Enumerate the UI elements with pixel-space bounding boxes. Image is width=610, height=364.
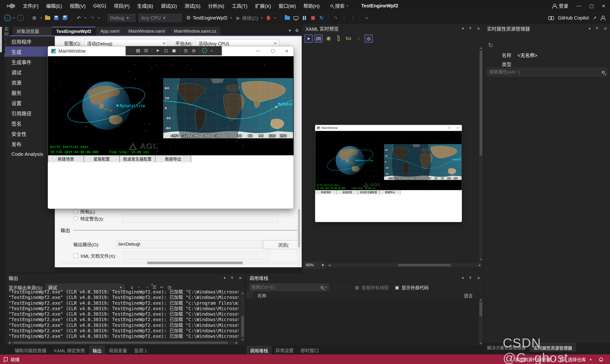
menu-item[interactable]: 编辑(E) [42,0,66,12]
step-out-icon[interactable]: ↑ [349,14,356,21]
panel-caret-icon[interactable]: ▾ [224,276,226,280]
open-folder-icon[interactable] [44,14,51,21]
menu-item[interactable]: 调试(D) [157,0,181,12]
panel-close-icon[interactable]: × [477,275,480,281]
dock-tab[interactable]: 输出 [89,346,104,355]
nav-item[interactable]: 应用程序 [5,36,55,46]
menu-item[interactable]: 扩展(X) [251,0,275,12]
select-element-tool-icon[interactable]: ➤ [305,35,313,43]
dock-tab[interactable]: 辅助功能检查器 [12,346,49,355]
document-tab[interactable]: MainWindow.xaml [124,27,169,36]
page-horizontal-scrollbar[interactable] [62,261,297,265]
copilot-label[interactable]: GitHub Copilot [558,15,589,21]
zoom-dropdown[interactable]: 60%▾ [304,262,326,269]
new-project-icon[interactable]: ⊞ [31,14,38,21]
track-focused-icon[interactable]: ▣ [170,48,178,53]
step-over-icon[interactable]: ↷ [332,14,339,21]
minimize-button[interactable]: — [576,3,581,9]
collapse-icon[interactable]: ‹ [208,48,215,53]
nav-item[interactable]: 生成 [5,46,55,57]
app-button[interactable]: 新建场景 [48,155,84,162]
name-column[interactable]: 名称 [257,292,266,299]
nav-back-icon[interactable]: ← [335,285,339,290]
navigate-back-icon[interactable]: ← [4,14,11,21]
share-icon[interactable]: ↗ [593,15,597,21]
step-into-icon[interactable]: ↓ [341,14,348,21]
property-search-box[interactable] [487,68,607,77]
nav-item[interactable]: 发布 [5,139,55,149]
nav-item[interactable]: 设置 [5,98,55,108]
stop-icon[interactable] [310,14,317,21]
tabwell-caret-icon[interactable]: ▾ [289,28,291,33]
view-all-threads-label[interactable]: 查看所有线程 [362,284,389,291]
dock-tab[interactable]: XAML 绑定失败 [51,346,88,355]
menu-item[interactable]: Git(G) [89,0,110,12]
display-adorners-icon[interactable]: ◻ [162,48,169,53]
accessibility-icon[interactable]: ◎ [190,48,197,53]
app-button[interactable]: 星座配置 [84,155,119,162]
language-column[interactable]: 语言 [464,292,480,299]
page-vertical-scrollbar[interactable] [297,36,301,267]
pin-icon[interactable] [231,276,234,280]
feedback-icon[interactable] [4,357,8,361]
app-button[interactable]: 航迹发生器配置 [119,155,155,162]
new-caret-icon[interactable]: ▾ [39,16,43,20]
continue-button[interactable]: ▶ 继续(C) ▾ [236,14,263,21]
app-maximize-icon[interactable]: ▢ [271,48,275,54]
timer-icon[interactable]: ◷ [182,48,189,53]
menu-item[interactable]: 分析(N) [204,0,228,12]
output-path-input[interactable] [116,240,262,248]
search-caret-icon[interactable]: ▾ [347,4,348,8]
dock-tab[interactable]: 局部变量 [106,346,130,355]
document-tab[interactable]: MainWindow.xaml.cs [170,27,221,36]
panel-close-icon[interactable]: × [604,26,607,31]
signin-button[interactable]: 登录 [552,2,568,9]
nav-forward-icon[interactable]: → [341,285,346,290]
hot-reload-caret-icon[interactable]: ▾ [273,16,277,20]
panel-close-icon[interactable]: × [477,26,480,31]
xml-doc-input[interactable] [123,252,269,260]
property-search-input[interactable] [489,70,602,75]
pin-icon[interactable] [469,27,472,30]
code-map-icon[interactable]: ≈ [363,14,371,21]
menu-item[interactable]: 工具(T) [228,0,251,12]
save-icon[interactable] [53,14,60,21]
dock-tab[interactable]: 即时窗口 [298,346,322,355]
hot-reload-icon[interactable] [265,14,272,21]
panel-caret-icon[interactable]: ▾ [462,276,464,280]
solution-config-dropdown[interactable]: Debug▾ [107,14,136,22]
document-tab[interactable]: TestEngineWpf2 [52,27,96,36]
back-caret-icon[interactable]: ▾ [13,16,16,20]
element-list-icon[interactable]: ▤ [134,48,142,53]
show-element-handles-icon[interactable]: {8} [314,35,323,43]
nav-item[interactable]: 生成事件 [5,57,55,67]
pin-icon[interactable] [469,276,472,280]
pin-icon[interactable] [596,27,598,30]
menu-item[interactable]: 帮助(H) [299,0,323,12]
undo-caret-icon[interactable]: ▾ [84,16,87,20]
app-minimize-icon[interactable]: — [256,48,260,54]
output-horizontal-scrollbar[interactable]: ◀▶ [8,341,238,344]
menu-item[interactable]: 测试(S) [181,0,204,12]
nav-item[interactable]: 服务 [5,87,55,98]
dock-tab[interactable]: 异常设置 [273,346,297,355]
save-all-icon[interactable] [61,14,68,21]
nav-item[interactable]: Code Analysis [5,149,55,159]
warnings-all-radio[interactable]: 所有(L) [73,208,95,215]
color-picker-icon[interactable] [324,35,333,43]
callstack-search-box[interactable]: ▾ [249,284,329,291]
dock-tab[interactable]: 监视 1 [131,346,150,355]
menu-item[interactable]: 生成(B) [133,0,157,12]
show-external-code-label[interactable]: 显示外部代码 [402,284,429,291]
nav-item[interactable]: 资源 [5,77,55,87]
specific-warnings-input[interactable] [122,214,278,222]
screenshot-icon[interactable]: ⊡ [143,48,150,53]
menu-item[interactable]: 文件(F) [19,0,42,12]
clear-tools-icon[interactable]: × [355,35,363,43]
callstack-search-input[interactable] [251,285,319,290]
analyze-ok-icon[interactable]: ✓ [202,48,207,53]
globe-viewport[interactable]: MySatellite [48,56,294,155]
pause-icon[interactable] [301,14,308,21]
callstack-vertical-scrollbar[interactable]: ▲▼ [479,298,483,345]
copilot-person-icon[interactable] [600,16,605,20]
